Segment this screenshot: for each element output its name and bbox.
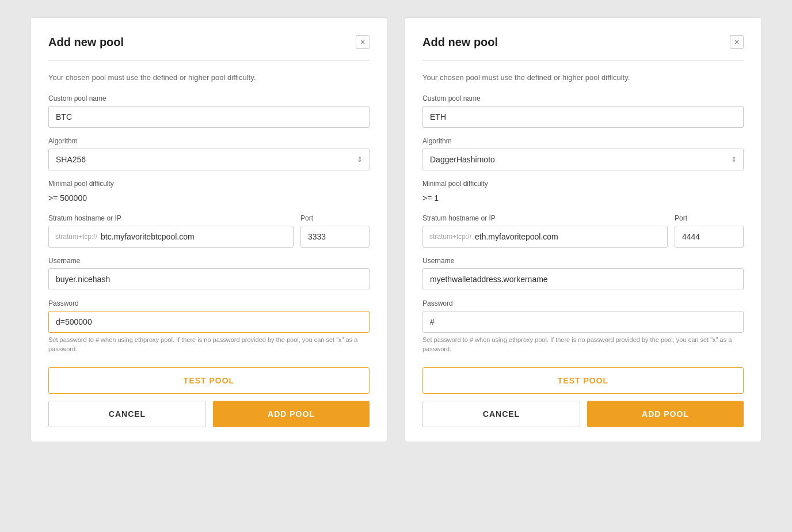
action-row-1: CANCEL ADD POOL bbox=[48, 401, 370, 427]
password-input-1[interactable] bbox=[48, 311, 370, 333]
add-pool-dialog-2: Add new pool × Your chosen pool must use… bbox=[405, 17, 761, 442]
test-pool-button-2[interactable]: TEST POOL bbox=[422, 367, 744, 394]
port-wrapper-1: Port bbox=[300, 214, 370, 248]
difficulty-label-2: Minimal pool difficulty bbox=[422, 180, 744, 188]
dialog-header-2: Add new pool × bbox=[422, 35, 744, 49]
pool-name-group-1: Custom pool name bbox=[48, 94, 370, 128]
pool-name-group-2: Custom pool name bbox=[422, 94, 744, 128]
difficulty-group-2: Minimal pool difficulty >= 1 bbox=[422, 180, 744, 205]
hostname-port-group-2: Stratum hostname or IP stratum+tcp:// Po… bbox=[422, 214, 744, 248]
username-group-2: Username bbox=[422, 257, 744, 290]
algorithm-select-wrapper-1: SHA256 Scrypt X11 DaggerHashimoto ⇕ bbox=[48, 149, 370, 170]
username-input-1[interactable] bbox=[48, 268, 370, 290]
dialog-title-1: Add new pool bbox=[48, 36, 124, 49]
close-button-2[interactable]: × bbox=[730, 35, 744, 49]
password-group-1: Password Set password to # when using et… bbox=[48, 299, 370, 354]
password-hint-2: Set password to # when using ethproxy po… bbox=[422, 336, 744, 354]
port-wrapper-2: Port bbox=[675, 214, 744, 248]
password-hint-1: Set password to # when using ethproxy po… bbox=[48, 336, 370, 354]
hostname-port-row-2: Stratum hostname or IP stratum+tcp:// Po… bbox=[422, 214, 744, 248]
add-pool-dialog-1: Add new pool × Your chosen pool must use… bbox=[31, 17, 387, 442]
divider-2 bbox=[422, 60, 744, 61]
hostname-input-2[interactable] bbox=[422, 226, 668, 248]
hostname-input-1[interactable] bbox=[48, 226, 294, 248]
algorithm-label-1: Algorithm bbox=[48, 137, 370, 145]
pool-name-input-1[interactable] bbox=[48, 106, 370, 128]
algorithm-group-1: Algorithm SHA256 Scrypt X11 DaggerHashim… bbox=[48, 137, 370, 170]
pool-name-input-2[interactable] bbox=[422, 106, 744, 128]
port-input-1[interactable] bbox=[300, 226, 370, 248]
username-group-1: Username bbox=[48, 257, 370, 290]
action-row-2: CANCEL ADD POOL bbox=[422, 401, 744, 427]
hostname-wrapper-1: Stratum hostname or IP stratum+tcp:// bbox=[48, 214, 294, 248]
algorithm-select-2[interactable]: SHA256 Scrypt X11 DaggerHashimoto bbox=[422, 149, 744, 170]
cancel-button-1[interactable]: CANCEL bbox=[48, 401, 206, 427]
port-input-2[interactable] bbox=[675, 226, 744, 248]
password-group-2: Password Set password to # when using et… bbox=[422, 299, 744, 354]
algorithm-label-2: Algorithm bbox=[422, 137, 744, 145]
algorithm-select-1[interactable]: SHA256 Scrypt X11 DaggerHashimoto bbox=[48, 149, 370, 170]
difficulty-value-2: >= 1 bbox=[422, 191, 744, 205]
dialog-title-2: Add new pool bbox=[422, 36, 498, 49]
pool-name-label-1: Custom pool name bbox=[48, 94, 370, 102]
difficulty-value-1: >= 500000 bbox=[48, 191, 370, 205]
port-label-2: Port bbox=[675, 214, 744, 222]
test-pool-button-1[interactable]: TEST POOL bbox=[48, 367, 370, 394]
pool-name-label-2: Custom pool name bbox=[422, 94, 744, 102]
hostname-port-row-1: Stratum hostname or IP stratum+tcp:// Po… bbox=[48, 214, 370, 248]
password-label-2: Password bbox=[422, 299, 744, 307]
hostname-label-2: Stratum hostname or IP bbox=[422, 214, 668, 222]
hostname-label-1: Stratum hostname or IP bbox=[48, 214, 294, 222]
algorithm-group-2: Algorithm SHA256 Scrypt X11 DaggerHashim… bbox=[422, 137, 744, 170]
add-pool-button-1[interactable]: ADD POOL bbox=[213, 401, 370, 427]
port-label-1: Port bbox=[300, 214, 370, 222]
algorithm-select-wrapper-2: SHA256 Scrypt X11 DaggerHashimoto ⇕ bbox=[422, 149, 744, 170]
cancel-button-2[interactable]: CANCEL bbox=[422, 401, 580, 427]
difficulty-group-1: Minimal pool difficulty >= 500000 bbox=[48, 180, 370, 205]
close-button-1[interactable]: × bbox=[356, 35, 370, 49]
subtitle-2: Your chosen pool must use the defined or… bbox=[422, 73, 744, 83]
hostname-input-container-2: stratum+tcp:// bbox=[422, 226, 668, 248]
hostname-port-group-1: Stratum hostname or IP stratum+tcp:// Po… bbox=[48, 214, 370, 248]
subtitle-1: Your chosen pool must use the defined or… bbox=[48, 73, 370, 83]
difficulty-label-1: Minimal pool difficulty bbox=[48, 180, 370, 188]
dialog-header-1: Add new pool × bbox=[48, 35, 370, 49]
hostname-wrapper-2: Stratum hostname or IP stratum+tcp:// bbox=[422, 214, 668, 248]
password-label-1: Password bbox=[48, 299, 370, 307]
add-pool-button-2[interactable]: ADD POOL bbox=[587, 401, 744, 427]
hostname-input-container-1: stratum+tcp:// bbox=[48, 226, 294, 248]
divider-1 bbox=[48, 60, 370, 61]
username-label-2: Username bbox=[422, 257, 744, 265]
username-label-1: Username bbox=[48, 257, 370, 265]
password-input-2[interactable] bbox=[422, 311, 744, 333]
username-input-2[interactable] bbox=[422, 268, 744, 290]
